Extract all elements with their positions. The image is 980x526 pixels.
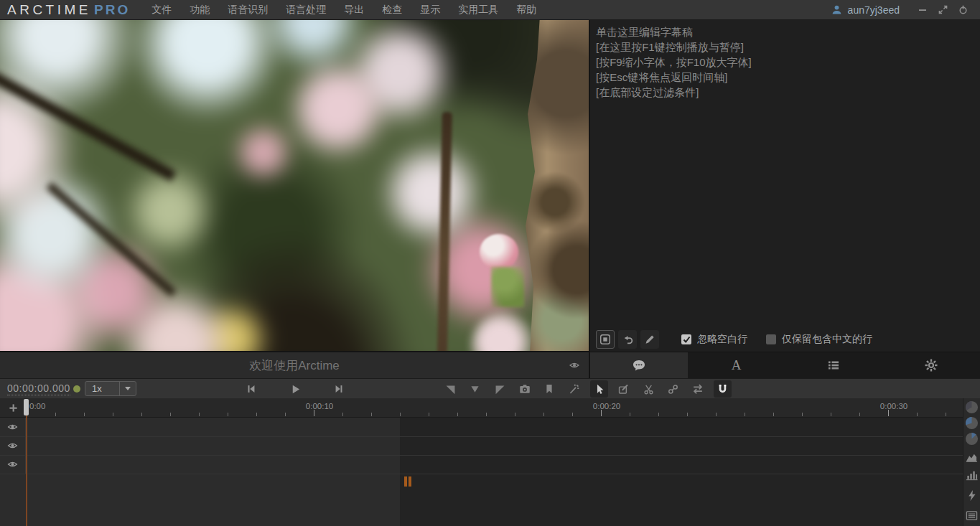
timeline-right-toolbar (963, 398, 980, 526)
arctime-app-window: ARCTIME PRO 文件 功能 语音识别 语言处理 导出 检查 显示 实用工… (0, 0, 980, 526)
gear-icon (924, 358, 938, 372)
checkbox-group-chinese-only: 仅保留包含中文的行 (766, 333, 872, 346)
track-3-eye-icon[interactable] (0, 455, 25, 474)
checkbox-label-ignore-blank[interactable]: 忽略空白行 (697, 333, 747, 346)
lightning-icon[interactable] (964, 487, 980, 503)
menu-items: 文件 功能 语音识别 语言处理 导出 检查 显示 实用工具 帮助 (151, 4, 536, 17)
tab-list[interactable] (785, 352, 883, 378)
menu-functions[interactable]: 功能 (190, 4, 210, 17)
ruler-label: 0:00:30 (880, 402, 907, 410)
bar-chart-icon[interactable] (964, 467, 980, 483)
app-logo: ARCTIME PRO (0, 2, 130, 18)
timeline-marker[interactable] (404, 476, 411, 487)
track-separator (0, 436, 963, 437)
track-2-eye-icon[interactable] (0, 436, 25, 455)
editor-line: [按Esc键将焦点返回时间轴] (596, 70, 974, 85)
logo-arctime: ARCTIME (7, 2, 91, 18)
plus-icon[interactable] (6, 401, 19, 414)
pie-icon-3[interactable] (964, 431, 980, 446)
video-leaves (491, 267, 524, 307)
skip-end-icon[interactable] (330, 380, 348, 398)
power-icon[interactable] (956, 4, 970, 17)
status-dot (73, 385, 80, 393)
minimize-icon[interactable] (915, 4, 930, 17)
magnet-icon[interactable] (714, 380, 732, 398)
timecode-field[interactable]: 00:00:00.000 (7, 382, 70, 395)
menu-export[interactable]: 导出 (344, 4, 364, 17)
insert-box-icon[interactable] (596, 330, 615, 349)
track-separator (0, 474, 963, 474)
list-icon (826, 358, 841, 372)
maximize-icon[interactable] (935, 4, 950, 17)
link-icon[interactable] (664, 380, 682, 398)
speed-value: 1x (85, 382, 119, 395)
pie-icon-2[interactable] (964, 415, 980, 431)
logo-pro: PRO (94, 2, 130, 18)
subtitle-bubble-icon (632, 358, 646, 372)
menu-help[interactable]: 帮助 (516, 4, 536, 17)
tab-settings[interactable] (882, 352, 980, 378)
scissors-icon[interactable] (640, 380, 658, 398)
editor-line: [在底部设定过滤条件] (596, 85, 974, 100)
speed-dropdown[interactable]: 1x (85, 381, 136, 396)
timeline-ruler[interactable]: 0:00 0:00:10 0:00:20 0:00:30 (0, 398, 963, 417)
pie-icon-1[interactable] (964, 399, 980, 415)
timeline: 0:00 0:00:10 0:00:20 0:00:30 (0, 398, 980, 526)
ruler-label: 0:00 (29, 402, 45, 410)
playhead-handle[interactable] (24, 399, 29, 415)
menu-language-processing[interactable]: 语言处理 (286, 4, 326, 17)
camera-icon[interactable] (515, 380, 533, 398)
editor-line: 单击这里编辑字幕稿 (596, 24, 974, 39)
timeline-tools (442, 380, 732, 398)
subtitle-editor-panel: 单击这里编辑字幕稿 [在这里按F1键控制播放与暂停] [按F9缩小字体，按F10… (589, 20, 980, 378)
list-panel-icon[interactable] (964, 507, 980, 523)
bookmark-icon[interactable] (541, 380, 559, 398)
menu-file[interactable]: 文件 (151, 4, 172, 17)
mark-in-icon[interactable] (442, 380, 459, 398)
menu-check[interactable]: 检查 (382, 4, 402, 17)
playback-controls-bar: 00:00:00.000 1x (0, 378, 980, 398)
media-duration-zone[interactable] (0, 417, 400, 526)
tab-text-style[interactable]: A (688, 352, 785, 378)
playhead[interactable] (26, 415, 27, 526)
video-flower-bud (480, 234, 518, 270)
video-preview (0, 20, 589, 351)
wand-icon[interactable] (565, 380, 583, 398)
cursor-icon[interactable] (590, 380, 608, 398)
tab-subtitle-bubble[interactable] (590, 352, 688, 378)
track-separator (0, 455, 963, 456)
menu-utilities[interactable]: 实用工具 (458, 4, 498, 17)
transport-controls (242, 380, 348, 398)
area-chart-icon[interactable] (964, 449, 980, 465)
editor-toolbar: 忽略空白行 仅保留包含中文的行 (590, 327, 980, 352)
checkbox-chinese-only[interactable] (766, 334, 776, 344)
checkbox-label-chinese-only[interactable]: 仅保留包含中文的行 (782, 333, 872, 346)
text-style-a-icon: A (732, 357, 742, 373)
menu-speech-recognition[interactable]: 语音识别 (228, 4, 268, 17)
person-icon (831, 4, 842, 15)
username[interactable]: aun7yj3eed (848, 4, 900, 16)
editor-line: [按F9缩小字体，按F10放大字体] (596, 55, 974, 70)
menu-display[interactable]: 显示 (420, 4, 440, 17)
preview-title-text: 欢迎使用Arctime (249, 357, 340, 374)
edit-icon[interactable] (615, 380, 633, 398)
subtitle-script-area[interactable]: 单击这里编辑字幕稿 [在这里按F1键控制播放与暂停] [按F9缩小字体，按F10… (590, 20, 980, 104)
chevron-down-icon[interactable] (119, 382, 136, 395)
swap-icon[interactable] (689, 380, 707, 398)
down-triangle-icon[interactable] (466, 380, 484, 398)
undo-icon[interactable] (618, 330, 637, 349)
checkbox-group-ignore-blank: 忽略空白行 (681, 333, 747, 346)
skip-start-icon[interactable] (242, 380, 261, 398)
ruler-label: 0:00:20 (593, 402, 620, 410)
pencil-icon[interactable] (640, 330, 659, 349)
checkbox-ignore-blank[interactable] (681, 334, 691, 344)
mark-out-icon[interactable] (491, 380, 509, 398)
eye-icon[interactable] (569, 360, 580, 370)
editor-line: [在这里按F1键控制播放与暂停] (596, 39, 974, 55)
editor-tabs: A (590, 352, 980, 378)
track-1-eye-icon[interactable] (0, 418, 25, 436)
play-icon[interactable] (286, 380, 304, 398)
ruler-label: 0:00:10 (306, 402, 333, 410)
track-headers (0, 418, 26, 474)
menubar: ARCTIME PRO 文件 功能 语音识别 语言处理 导出 检查 显示 实用工… (0, 0, 980, 20)
